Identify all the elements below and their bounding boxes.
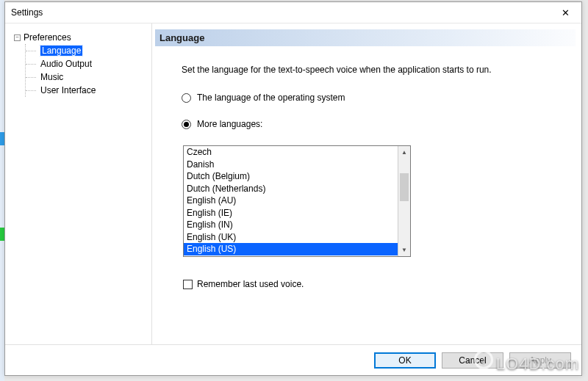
apply-button[interactable]: Apply bbox=[509, 352, 571, 369]
tree-root-label: Preferences bbox=[24, 32, 71, 43]
main-content: Set the language for the text-to-speech … bbox=[152, 47, 581, 289]
close-icon: ✕ bbox=[562, 7, 570, 18]
checkbox-label: Remember last used voice. bbox=[197, 279, 304, 289]
radio-label: The language of the operating system bbox=[197, 92, 345, 103]
tree-root-preferences[interactable]: − Preferences bbox=[14, 31, 151, 44]
scroll-up-icon[interactable]: ▲ bbox=[398, 146, 410, 159]
sidebar-item-language[interactable]: Language bbox=[26, 44, 151, 57]
radio-label: More languages: bbox=[197, 119, 262, 129]
remember-voice-checkbox[interactable]: Remember last used voice. bbox=[183, 279, 559, 289]
tree-collapse-icon[interactable]: − bbox=[14, 35, 21, 41]
window-body: − Preferences Language Audio Output Musi… bbox=[5, 23, 581, 344]
description-text: Set the language for the text-to-speech … bbox=[182, 65, 559, 75]
button-label: Cancel bbox=[459, 355, 486, 366]
sidebar-item-label: Audio Output bbox=[40, 59, 92, 69]
list-item[interactable]: English (IE) bbox=[184, 207, 398, 219]
scroll-thumb[interactable] bbox=[400, 173, 409, 201]
sidebar: − Preferences Language Audio Output Musi… bbox=[5, 23, 152, 344]
titlebar: Settings ✕ bbox=[5, 2, 581, 23]
language-list-items: Czech Danish Dutch (Belgium) Dutch (Neth… bbox=[184, 146, 398, 256]
sidebar-item-label: Language bbox=[40, 46, 82, 56]
radio-os-language[interactable]: The language of the operating system bbox=[182, 92, 559, 103]
language-listbox[interactable]: Czech Danish Dutch (Belgium) Dutch (Neth… bbox=[183, 145, 411, 257]
list-item[interactable]: English (US) bbox=[184, 243, 398, 255]
main-panel: Language Set the language for the text-t… bbox=[152, 23, 581, 344]
tree-children: Language Audio Output Music User Interfa… bbox=[25, 44, 151, 97]
list-item[interactable]: English (IN) bbox=[184, 219, 398, 231]
scrollbar[interactable]: ▲ ▼ bbox=[398, 146, 410, 256]
list-item[interactable]: Dutch (Netherlands) bbox=[184, 183, 398, 195]
sidebar-item-music[interactable]: Music bbox=[26, 70, 151, 84]
checkbox-icon bbox=[183, 280, 193, 289]
section-header: Language bbox=[155, 29, 576, 47]
button-label: OK bbox=[398, 355, 411, 366]
radio-icon bbox=[182, 93, 191, 103]
button-label: Apply bbox=[529, 355, 551, 366]
scroll-track[interactable] bbox=[398, 159, 410, 244]
button-bar: OK Cancel Apply bbox=[5, 344, 581, 375]
list-item[interactable]: English (UK) bbox=[184, 231, 398, 244]
list-item[interactable]: English (AU) bbox=[184, 195, 398, 207]
window-title: Settings bbox=[11, 2, 43, 23]
close-button[interactable]: ✕ bbox=[549, 2, 581, 23]
settings-window: Settings ✕ − Preferences Language Audio … bbox=[4, 1, 582, 376]
scroll-down-icon[interactable]: ▼ bbox=[398, 244, 410, 256]
sidebar-item-label: User Interface bbox=[40, 85, 96, 95]
list-item[interactable]: Dutch (Belgium) bbox=[184, 170, 398, 183]
list-item[interactable]: Czech bbox=[184, 146, 398, 159]
radio-icon bbox=[182, 120, 191, 129]
sidebar-item-label: Music bbox=[40, 72, 63, 82]
radio-more-languages[interactable]: More languages: bbox=[182, 119, 559, 129]
sidebar-item-audio-output[interactable]: Audio Output bbox=[26, 57, 151, 70]
ok-button[interactable]: OK bbox=[374, 352, 436, 369]
list-item[interactable]: Danish bbox=[184, 159, 398, 171]
sidebar-item-user-interface[interactable]: User Interface bbox=[26, 84, 151, 97]
cancel-button[interactable]: Cancel bbox=[442, 352, 503, 369]
